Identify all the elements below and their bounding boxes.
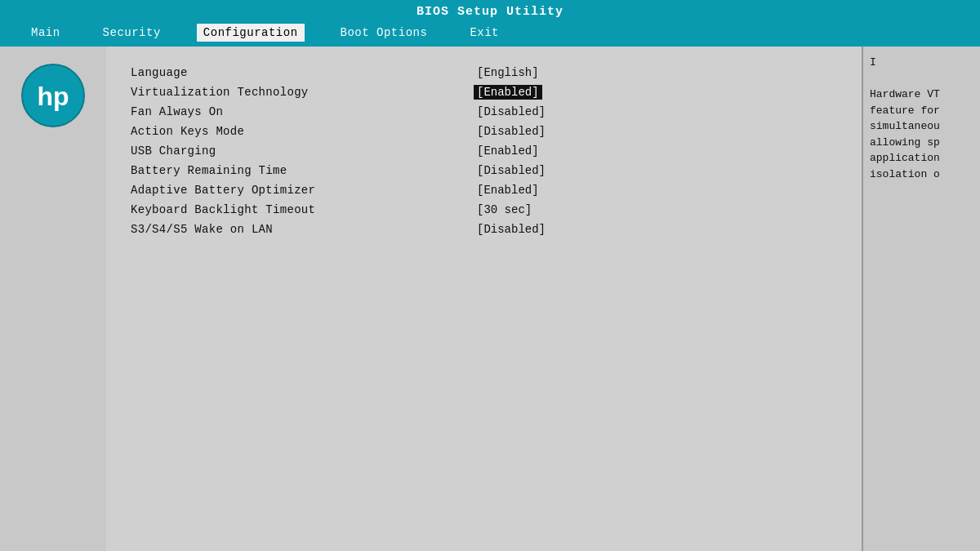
setting-value[interactable]: [English] (474, 65, 542, 80)
nav-item-configuration[interactable]: Configuration (197, 24, 305, 42)
sidebar-desc-line6: isolation o (870, 168, 940, 180)
sidebar-desc-line4: allowing sp (870, 136, 940, 149)
setting-value[interactable]: [Disabled] (474, 124, 549, 139)
setting-name: Fan Always On (131, 105, 474, 118)
setting-name: USB Charging (131, 144, 474, 158)
settings-table: Language[English]Virtualization Technolo… (131, 63, 837, 239)
sidebar-description: I Hardware VT feature for simultaneou al… (870, 55, 973, 182)
setting-value[interactable]: [Enabled] (474, 85, 542, 100)
setting-name: Virtualization Technology (131, 86, 474, 99)
table-row[interactable]: Language[English] (131, 63, 837, 82)
hp-logo-icon: hp (20, 63, 86, 128)
setting-name: Action Keys Mode (131, 125, 474, 138)
settings-area: Language[English]Virtualization Technolo… (106, 47, 862, 551)
main-content: hp Language[English]Virtualization Techn… (0, 47, 980, 551)
sidebar-desc-line3: simultaneou (870, 120, 940, 132)
setting-value[interactable]: [Disabled] (474, 222, 549, 237)
nav-bar: MainSecurityConfigurationBoot OptionsExi… (0, 22, 980, 47)
bios-title: BIOS Setup Utility (416, 5, 564, 19)
setting-value[interactable]: [Disabled] (474, 163, 549, 178)
hp-logo-area: hp (0, 47, 106, 551)
table-row[interactable]: Keyboard Backlight Timeout[30 sec] (131, 200, 837, 220)
sidebar-right: I Hardware VT feature for simultaneou al… (862, 47, 980, 551)
table-row[interactable]: Battery Remaining Time[Disabled] (131, 161, 837, 180)
table-row[interactable]: Fan Always On[Disabled] (131, 102, 837, 122)
table-row[interactable]: Adaptive Battery Optimizer[Enabled] (131, 180, 837, 200)
table-row[interactable]: USB Charging[Enabled] (131, 141, 837, 161)
setting-value[interactable]: [Enabled] (474, 144, 542, 158)
setting-name: Keyboard Backlight Timeout (131, 203, 474, 216)
nav-item-boot-options[interactable]: Boot Options (334, 24, 434, 42)
setting-value[interactable]: [30 sec] (474, 202, 535, 217)
nav-item-exit[interactable]: Exit (463, 24, 506, 42)
sidebar-text-i: I (870, 56, 876, 69)
setting-name: Battery Remaining Time (131, 164, 474, 177)
nav-item-main[interactable]: Main (24, 24, 67, 42)
setting-name: S3/S4/S5 Wake on LAN (131, 223, 474, 236)
svg-text:hp: hp (37, 82, 69, 111)
setting-value[interactable]: [Disabled] (474, 104, 549, 119)
setting-value[interactable]: [Enabled] (474, 183, 542, 198)
sidebar-desc-line2: feature for (870, 104, 940, 117)
sidebar-desc-line5: application (870, 152, 940, 164)
bios-title-bar: BIOS Setup Utility (0, 0, 980, 22)
table-row[interactable]: Action Keys Mode[Disabled] (131, 122, 837, 141)
nav-item-security[interactable]: Security (96, 24, 167, 42)
table-row[interactable]: Virtualization Technology[Enabled] (131, 82, 837, 102)
setting-name: Language (131, 66, 474, 79)
sidebar-desc-line1: Hardware VT (870, 88, 940, 100)
table-row[interactable]: S3/S4/S5 Wake on LAN[Disabled] (131, 220, 837, 239)
setting-name: Adaptive Battery Optimizer (131, 184, 474, 197)
